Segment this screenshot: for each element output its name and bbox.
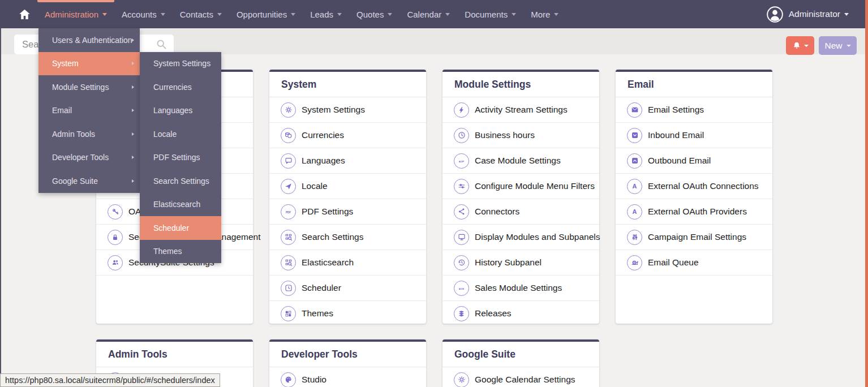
admin-submenu-item-currencies[interactable]: Currencies — [140, 75, 221, 99]
card-item-sales-module-settings[interactable]: AOSSales Module Settings — [442, 276, 599, 301]
admin-submenu-item-system-settings[interactable]: System Settings — [140, 52, 221, 76]
card-item-display-modules-and-subpanels[interactable]: Display Modules and Subpanels — [442, 225, 599, 250]
card-item-pdf-settings[interactable]: PDFPDF Settings — [269, 199, 426, 225]
nav-item-more[interactable]: More — [523, 0, 566, 28]
admin-submenu-item-scheduler[interactable]: Scheduler — [140, 216, 221, 240]
bell-icon — [792, 41, 801, 50]
card-item-releases[interactable]: Releases — [442, 301, 599, 326]
home-button[interactable] — [16, 8, 33, 21]
card-item-history-subpanel[interactable]: History Subpanel — [442, 250, 599, 276]
card-item-external-oauth-connections[interactable]: AExternal OAuth Connections — [616, 174, 772, 199]
nav-item-label: Documents — [465, 10, 508, 19]
chevron-down-icon — [102, 13, 107, 16]
nav-item-label: Administration — [45, 10, 98, 19]
card-item-label: External OAuth Connections — [648, 181, 759, 191]
nav-item-label: Opportunities — [237, 10, 287, 19]
status-url-text: https://php80.sa.local/suitecrm8/public/… — [5, 376, 215, 385]
card-item-campaign-email-settings[interactable]: Campaign Email Settings — [616, 225, 772, 250]
nav-item-accounts[interactable]: Accounts — [114, 0, 173, 28]
new-button-label: New — [824, 41, 842, 51]
nav-item-administration[interactable]: Administration — [37, 0, 114, 28]
nav-item-calendar[interactable]: Calendar — [399, 0, 457, 28]
status-url-tooltip: https://php80.sa.local/suitecrm8/public/… — [0, 373, 220, 387]
nav-item-contacts[interactable]: Contacts — [173, 0, 229, 28]
admin-menu-item-email[interactable]: Email — [38, 99, 140, 123]
send-icon — [281, 179, 296, 194]
admin-submenu-item-elasticsearch[interactable]: Elasticsearch — [140, 193, 221, 217]
nav-item-label: Contacts — [180, 10, 213, 19]
nav-item-quotes[interactable]: Quotes — [349, 0, 399, 28]
user-menu[interactable]: Administrator — [766, 0, 849, 28]
card-item-label: Studio — [302, 375, 326, 385]
admin-submenu-item-locale[interactable]: Locale — [140, 122, 221, 146]
chevron-down-icon — [804, 45, 809, 47]
card-title-admin-tools: Admin Tools — [96, 342, 253, 367]
search-icon — [156, 38, 167, 50]
admin-menu-item-admin-tools[interactable]: Admin Tools — [38, 122, 140, 146]
admin-submenu-item-languages[interactable]: Languages — [140, 99, 221, 123]
card-item-case-module-settings[interactable]: AOPCase Module Settings — [442, 148, 599, 174]
card-item-activity-stream-settings[interactable]: Activity Stream Settings — [442, 97, 599, 123]
aop-icon: AOP — [454, 153, 469, 169]
card-item-inbound-email[interactable]: Inbound Email — [616, 123, 772, 148]
card-item-label: System Settings — [302, 105, 365, 115]
card-item-email-queue[interactable]: Email Queue — [616, 250, 772, 276]
admin-menu-item-system[interactable]: System — [38, 52, 140, 76]
nav-item-label: Quotes — [356, 10, 384, 19]
card-item-search-settings[interactable]: Search Settings — [269, 225, 426, 250]
card-item-external-oauth-providers[interactable]: AExternal OAuth Providers — [616, 199, 772, 225]
notifications-button[interactable] — [786, 36, 814, 55]
submenu-arrow-icon — [132, 62, 134, 65]
card-item-outbound-email[interactable]: Outbound Email — [616, 148, 772, 174]
chevron-down-icon — [291, 13, 295, 16]
sliders-vertical-icon — [627, 230, 642, 245]
admin-menu-item-developer-tools[interactable]: Developer Tools — [38, 146, 140, 170]
card-item-label: Campaign Email Settings — [648, 232, 746, 242]
card-item-scheduler[interactable]: Scheduler — [269, 276, 426, 301]
home-icon — [18, 8, 31, 21]
lock-icon — [108, 230, 123, 245]
envelope-outbound-icon — [627, 153, 642, 169]
card-item-label: Search Settings — [302, 232, 363, 242]
card-item-business-hours[interactable]: Business hours — [442, 123, 599, 148]
card-item-connectors[interactable]: Connectors — [442, 199, 599, 225]
card-item-label: Themes — [302, 308, 333, 319]
card-item-languages[interactable]: Languages — [269, 148, 426, 174]
card-item-elasticsearch[interactable]: Elasticsearch — [269, 250, 426, 276]
admin-submenu-item-themes[interactable]: Themes — [140, 240, 221, 264]
admin-menu-item-google-suite[interactable]: Google Suite — [38, 169, 140, 193]
submenu-arrow-icon — [132, 179, 134, 183]
admin-menu-item-users-authentication[interactable]: Users & Authentication — [38, 28, 140, 52]
card-item-label: Currencies — [302, 130, 344, 140]
menu-item-label: PDF Settings — [153, 153, 200, 162]
card-item-google-calendar-settings[interactable]: Google Calendar Settings — [442, 367, 599, 387]
card-item-label: Locale — [302, 181, 328, 191]
nav-item-label: Accounts — [122, 10, 157, 19]
card-item-studio[interactable]: Studio — [269, 367, 426, 387]
nav-item-documents[interactable]: Documents — [457, 0, 523, 28]
nav-item-leads[interactable]: Leads — [303, 0, 349, 28]
menu-item-label: Themes — [153, 247, 182, 256]
lightning-icon — [454, 102, 469, 118]
card-item-email-settings[interactable]: Email Settings — [616, 97, 772, 123]
card-item-currencies[interactable]: Currencies — [269, 123, 426, 148]
card-module-settings: Module SettingsActivity Stream SettingsB… — [442, 70, 599, 324]
admin-menu-item-module-settings[interactable]: Module Settings — [38, 75, 140, 99]
gear-icon — [454, 372, 469, 387]
user-avatar-icon — [766, 6, 784, 23]
card-item-label: Scheduler — [302, 283, 341, 293]
card-item-label: Releases — [475, 308, 512, 319]
coins-icon — [281, 128, 296, 143]
nav-item-label: More — [531, 10, 550, 19]
card-item-locale[interactable]: Locale — [269, 174, 426, 199]
card-item-system-settings[interactable]: System Settings — [269, 97, 426, 123]
admin-submenu-item-pdf-settings[interactable]: PDF Settings — [140, 146, 221, 170]
admin-submenu-item-search-settings[interactable]: Search Settings — [140, 169, 221, 193]
nav-item-opportunities[interactable]: Opportunities — [229, 0, 303, 28]
new-button[interactable]: New — [819, 36, 857, 55]
card-item-label: Connectors — [475, 207, 519, 217]
card-item-label: Business hours — [475, 130, 535, 140]
card-item-themes[interactable]: Themes — [269, 301, 426, 326]
card-item-configure-module-menu-filters[interactable]: Configure Module Menu Filters — [442, 174, 599, 199]
card-title-system: System — [269, 72, 426, 97]
